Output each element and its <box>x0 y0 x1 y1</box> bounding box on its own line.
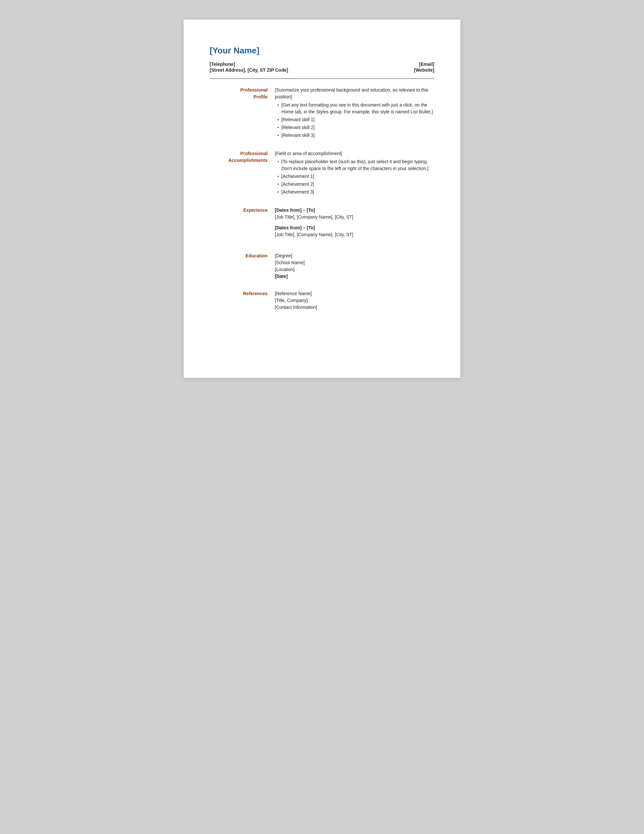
professional-profile-section: Professional Profile [Summarize your pro… <box>210 87 434 140</box>
professional-profile-label: Professional Profile <box>210 87 275 140</box>
edu-degree: [Degree] <box>275 252 434 259</box>
contact-right: [Email] [Website] <box>414 61 434 73</box>
telephone-label: [Telephone] <box>210 61 288 67</box>
exp-dates-1: [Dates from] – [To] <box>275 207 434 214</box>
edu-school: [School Name] <box>275 259 434 266</box>
accomplishments-label: Professional Accomplishments <box>210 150 275 196</box>
references-section: References [Reference Name] [Title, Comp… <box>210 290 434 311</box>
edu-date: [Date] <box>275 273 434 280</box>
address-label: [Street Address], [City, ST ZIP Code] <box>210 68 288 73</box>
accomplishment-bullet-4: [Achievement 3] <box>275 189 434 196</box>
experience-entry-1: [Dates from] – [To] [Job Title], [Compan… <box>275 207 434 221</box>
accomplishments-field: [Field or area of accomplishment] <box>275 150 434 157</box>
education-section: Education [Degree] [School Name] [Locati… <box>210 252 434 280</box>
profile-bullets: [Get any text formatting you see in this… <box>275 102 434 139</box>
profile-bullet-3: [Relevant skill 2] <box>275 124 434 131</box>
contact-left: [Telephone] [Street Address], [City, ST … <box>210 61 288 73</box>
accomplishments-content: [Field or area of accomplishment] [To re… <box>275 150 434 196</box>
applicant-name: [Your Name] <box>210 45 434 56</box>
references-label: References <box>210 290 275 311</box>
accomplishment-bullet-3: [Achievement 2] <box>275 181 434 187</box>
email-label: [Email] <box>419 61 434 67</box>
experience-entry-2: [Dates from] – [To] [Job Title], [Compan… <box>275 225 434 238</box>
ref-name: [Reference Name] <box>275 290 434 297</box>
contact-row: [Telephone] [Street Address], [City, ST … <box>210 61 434 73</box>
experience-label: Experience <box>210 207 275 242</box>
resume-page: [Your Name] [Telephone] [Street Address]… <box>184 19 460 378</box>
accomplishment-bullet-2: [Achievement 1] <box>275 173 434 180</box>
references-content: [Reference Name] [Title, Company] [Conta… <box>275 290 434 311</box>
exp-dates-2: [Dates from] – [To] <box>275 225 434 231</box>
experience-content: [Dates from] – [To] [Job Title], [Compan… <box>275 207 434 242</box>
exp-details-1: [Job Title], [Company Name], [City, ST] <box>275 214 434 221</box>
profile-bullet-2: [Relevant skill 1] <box>275 116 434 123</box>
professional-profile-content: [Summarize your professional background … <box>275 87 434 140</box>
profile-bullet-1: [Get any text formatting you see in this… <box>275 102 434 115</box>
ref-title-company: [Title, Company] <box>275 297 434 304</box>
exp-details-2: [Job Title], [Company Name], [City, ST] <box>275 231 434 238</box>
profile-bullet-4: [Relevant skill 3] <box>275 132 434 139</box>
accomplishment-bullet-1: [To replace placeholder text (such as th… <box>275 158 434 172</box>
education-label: Education <box>210 252 275 280</box>
education-content: [Degree] [School Name] [Location] [Date] <box>275 252 434 280</box>
accomplishments-section: Professional Accomplishments [Field or a… <box>210 150 434 196</box>
edu-location: [Location] <box>275 266 434 273</box>
ref-contact: [Contact Information] <box>275 304 434 311</box>
website-label: [Website] <box>414 68 434 73</box>
experience-section: Experience [Dates from] – [To] [Job Titl… <box>210 207 434 242</box>
accomplishments-bullets: [To replace placeholder text (such as th… <box>275 158 434 196</box>
profile-summary: [Summarize your professional background … <box>275 87 434 100</box>
